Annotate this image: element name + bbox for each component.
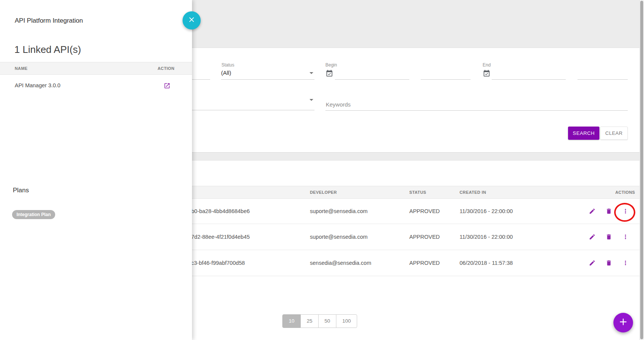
linked-api-name: API Manager 3.0.0 (15, 82, 60, 88)
column-header-status: STATUS (409, 190, 426, 195)
caret-down-icon[interactable] (310, 99, 313, 101)
trash-icon[interactable] (605, 208, 612, 215)
page-size-50[interactable]: 50 (318, 314, 336, 328)
column-header-created-in: CREATED IN (460, 190, 486, 195)
app-screen: Status (All) Begin End Keywords SEARCH C… (0, 0, 644, 340)
edit-pencil-icon[interactable] (589, 233, 596, 240)
scrollbar-thumb[interactable] (640, 1, 643, 339)
clear-button[interactable]: CLEAR (600, 127, 628, 140)
app-id: b0-ba28-4bb4d8684be6 (191, 208, 250, 214)
kebab-menu-icon[interactable] (622, 233, 629, 240)
drawer-title: API Platform Integration (15, 17, 83, 25)
app-created-in: 11/30/2016 - 22:00:00 (460, 234, 513, 240)
begin-label: Begin (325, 62, 337, 68)
page-size-100[interactable]: 100 (336, 314, 357, 328)
app-developer: suporte@sensedia.com (310, 208, 368, 214)
open-in-new-icon[interactable] (164, 82, 170, 89)
column-header-name: NAME (15, 66, 28, 71)
annotation-circle (614, 203, 635, 222)
begin-time-input[interactable] (421, 79, 471, 80)
caret-down-icon[interactable] (310, 72, 313, 74)
plans-heading: Plans (13, 187, 29, 194)
begin-date-input[interactable] (335, 79, 409, 80)
api-platform-integration-drawer: API Platform Integration 1 Linked API(s)… (0, 0, 192, 340)
app-id: c3-bf46-f99abf700d58 (191, 260, 245, 266)
plan-chip[interactable]: Integration Plan (12, 210, 55, 219)
end-label: End (483, 62, 491, 68)
search-button[interactable]: SEARCH (568, 127, 599, 140)
column-header-action: ACTION (158, 66, 175, 71)
app-created-in: 06/20/2018 - 11:57:38 (460, 260, 513, 266)
begin-calendar-icon[interactable] (325, 70, 333, 77)
filter-select-partial[interactable] (189, 110, 314, 110)
trash-icon[interactable] (605, 233, 612, 240)
status-select-value[interactable]: (All) (221, 70, 231, 76)
app-status: APPROVED (409, 234, 440, 240)
status-select-underline (221, 79, 314, 80)
close-drawer-button[interactable] (183, 11, 201, 29)
column-header-actions: ACTIONS (615, 190, 635, 195)
app-developer: suporte@sensedia.com (310, 234, 368, 240)
linked-apis-heading: 1 Linked API(s) (14, 44, 81, 56)
column-header-developer: DEVELOPER (310, 190, 337, 195)
trash-icon[interactable] (605, 260, 612, 266)
app-created-in: 11/30/2016 - 22:00:00 (460, 208, 513, 214)
filter-input-partial[interactable] (189, 79, 210, 80)
plus-icon (618, 317, 628, 328)
edit-pencil-icon[interactable] (589, 260, 596, 266)
close-icon (187, 15, 196, 25)
edit-pencil-icon[interactable] (589, 208, 596, 215)
add-app-button[interactable] (613, 313, 633, 332)
keywords-input[interactable]: Keywords (326, 101, 351, 108)
kebab-menu-icon[interactable] (622, 260, 629, 266)
status-label: Status (221, 62, 234, 68)
page-size-25[interactable]: 25 (300, 314, 319, 328)
linked-apis-table-header: NAME ACTION (0, 62, 192, 75)
end-date-input[interactable] (492, 79, 566, 80)
app-status: APPROVED (409, 260, 440, 266)
page-size-selector: 10 25 50 100 (282, 314, 357, 328)
app-developer: sensedia@sensedia.com (310, 260, 371, 266)
end-time-input[interactable] (577, 79, 628, 80)
app-id: 7d2-88ee-4f21f0d4eb45 (191, 234, 250, 240)
page-size-10[interactable]: 10 (282, 314, 301, 328)
app-status: APPROVED (409, 208, 440, 214)
keywords-input-underline (325, 110, 628, 111)
end-calendar-icon[interactable] (483, 70, 491, 77)
